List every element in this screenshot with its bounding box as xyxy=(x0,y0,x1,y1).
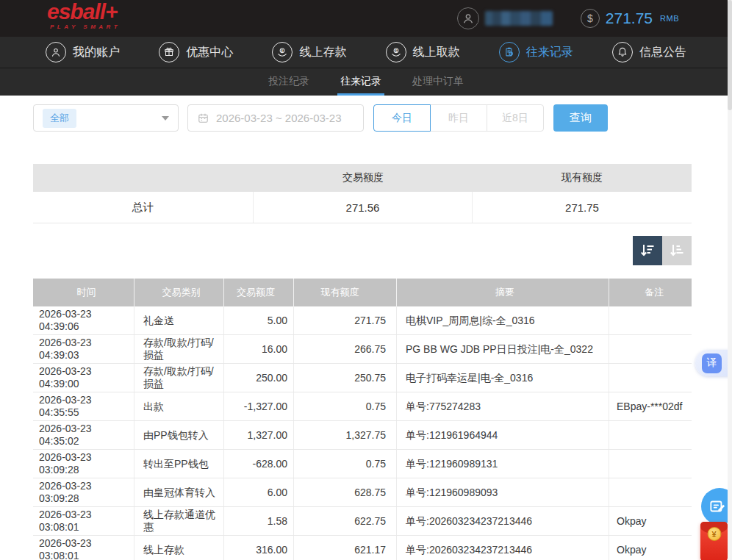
sort-descending-button[interactable] xyxy=(633,236,662,265)
col-header-time[interactable]: 时间 xyxy=(33,279,134,306)
cell-remark xyxy=(609,478,692,506)
col-header-type[interactable]: 交易类别 xyxy=(134,279,224,306)
type-filter-value: 全部 xyxy=(43,109,76,128)
quick-date-group: 今日 昨日 近8日 xyxy=(373,104,544,132)
nav-label: 线上取款 xyxy=(413,45,460,60)
red-envelope-button[interactable]: ¥ xyxy=(700,522,728,560)
cell-amount: 5.00 xyxy=(224,306,294,334)
cell-amount: -1,327.00 xyxy=(224,392,294,420)
nav-item-announcements[interactable]: 信息公告 xyxy=(612,42,686,62)
cell-type: 由PP钱包转入 xyxy=(134,421,224,449)
col-header-summary[interactable]: 摘要 xyxy=(397,279,609,306)
translate-widget[interactable]: 译 xyxy=(695,350,732,376)
edit-note-icon xyxy=(708,497,727,516)
content-area: 全部 2026-03-23 ~ 2026-03-23 今日 昨日 近8日 查询 … xyxy=(33,104,692,560)
sort-ascending-button[interactable] xyxy=(662,236,692,265)
col-header-remark[interactable]: 备注 xyxy=(609,279,692,306)
filter-row: 全部 2026-03-23 ~ 2026-03-23 今日 昨日 近8日 查询 xyxy=(33,104,692,132)
scrollbar-track[interactable] xyxy=(728,0,732,560)
gold-coin-icon: ¥ xyxy=(707,527,721,541)
table-row: 2026-03-23 04:39:06 礼金送 5.00 271.75 电棋VI… xyxy=(33,306,692,335)
sort-descending-icon xyxy=(639,242,656,259)
nav-label: 往来记录 xyxy=(526,45,573,60)
cell-type: 由皇冠体育转入 xyxy=(134,478,224,506)
cell-time: 2026-03-23 03:09:28 xyxy=(33,478,134,506)
nav-item-withdraw[interactable]: $ 线上取款 xyxy=(386,42,460,62)
cell-amount: 1,327.00 xyxy=(224,421,294,449)
cell-time: 2026-03-23 04:35:55 xyxy=(33,392,134,420)
today-button[interactable]: 今日 xyxy=(373,104,431,132)
cell-remark: Okpay xyxy=(609,507,692,535)
cell-balance: 1,327.75 xyxy=(294,421,397,449)
summary-total-label: 总计 xyxy=(33,192,254,223)
cell-time: 2026-03-23 04:35:02 xyxy=(33,421,134,449)
cell-remark xyxy=(609,364,692,392)
tab-bet-records[interactable]: 投注纪录 xyxy=(265,68,312,96)
cell-balance: 621.17 xyxy=(294,536,397,560)
cell-type: 线上存款 xyxy=(134,536,224,560)
col-header-balance[interactable]: 现有额度 xyxy=(294,279,397,306)
translate-icon: 译 xyxy=(702,353,722,373)
sub-nav: 投注纪录 往来记录 处理中订单 xyxy=(0,68,732,96)
deposit-icon: ¥ xyxy=(272,42,293,62)
summary-table: 交易额度 现有额度 总计 271.56 271.75 xyxy=(33,164,692,223)
nav-item-promotions[interactable]: 优惠中心 xyxy=(159,42,233,62)
table-row: 2026-03-23 03:08:01 线上存款通道优惠 1.58 622.75… xyxy=(33,507,692,536)
cell-type: 礼金送 xyxy=(134,306,224,334)
user-account[interactable] xyxy=(457,7,553,29)
cell-summary: 单号:202603234237213446 xyxy=(397,507,609,535)
brand-logo[interactable]: esball+ PLAY SMART xyxy=(47,1,121,30)
table-row: 2026-03-23 04:39:03 存款/取款/打码/损益 16.00 26… xyxy=(33,335,692,364)
cell-balance: 250.75 xyxy=(294,364,397,392)
cell-time: 2026-03-23 04:39:03 xyxy=(33,335,134,363)
col-header-amount[interactable]: 交易额度 xyxy=(224,279,294,306)
gift-icon xyxy=(159,42,179,62)
cell-time: 2026-03-23 03:08:01 xyxy=(33,507,134,535)
summary-header-row: 交易额度 现有额度 xyxy=(33,164,692,192)
cell-remark: Okpay xyxy=(609,536,692,560)
nav-item-records[interactable]: 往来记录 xyxy=(499,42,573,62)
sort-ascending-icon xyxy=(668,242,686,259)
cell-remark xyxy=(609,306,692,334)
cell-type: 存款/取款/打码/损益 xyxy=(134,335,224,363)
cell-amount: 250.00 xyxy=(224,364,294,392)
tab-transaction-records[interactable]: 往来记录 xyxy=(337,68,384,96)
nav-item-my-account[interactable]: 我的账户 xyxy=(46,42,120,62)
cell-time: 2026-03-23 04:39:06 xyxy=(33,306,134,334)
logo-tagline: PLAY SMART xyxy=(50,24,121,30)
nav-item-deposit[interactable]: ¥ 线上存款 xyxy=(272,42,346,62)
type-filter-dropdown[interactable]: 全部 xyxy=(33,104,179,132)
avatar-icon xyxy=(457,7,479,29)
table-row: 2026-03-23 03:08:01 线上存款 316.00 621.17 单… xyxy=(33,536,692,560)
query-button[interactable]: 查询 xyxy=(553,104,608,132)
date-range-value: 2026-03-23 ~ 2026-03-23 xyxy=(216,112,342,124)
nav-label: 我的账户 xyxy=(73,45,120,60)
cell-summary: 单号:121960989131 xyxy=(397,450,609,478)
page: esball+ PLAY SMART $ 271.75 RMB 我的账户 xyxy=(0,0,732,560)
cell-balance: 628.75 xyxy=(294,478,397,506)
cell-balance: 0.75 xyxy=(294,392,397,420)
records-icon xyxy=(499,42,520,62)
cell-summary: 单号:121960989093 xyxy=(397,478,609,506)
last-8-days-button[interactable]: 近8日 xyxy=(487,104,544,132)
table-row: 2026-03-23 04:35:02 由PP钱包转入 1,327.00 1,3… xyxy=(33,421,692,450)
summary-header-balance: 现有额度 xyxy=(473,171,692,184)
svg-text:$: $ xyxy=(395,49,397,53)
scrollbar-thumb[interactable] xyxy=(728,0,732,110)
balance-display[interactable]: $ 271.75 RMB xyxy=(581,9,679,28)
cell-amount: 1.58 xyxy=(224,507,294,535)
cell-type: 出款 xyxy=(134,392,224,420)
nav-label: 信息公告 xyxy=(639,45,686,60)
main-nav: 我的账户 优惠中心 ¥ 线上存款 $ 线上取款 往来记录 xyxy=(0,37,732,68)
cell-amount: -628.00 xyxy=(224,450,294,478)
sort-controls xyxy=(33,236,692,265)
yesterday-button[interactable]: 昨日 xyxy=(430,104,487,132)
table-row: 2026-03-23 04:39:00 存款/取款/打码/损益 250.00 2… xyxy=(33,364,692,392)
cell-balance: 266.75 xyxy=(294,335,397,363)
calendar-icon xyxy=(197,112,209,124)
cell-time: 2026-03-23 04:39:00 xyxy=(33,364,134,392)
cell-type: 存款/取款/打码/损益 xyxy=(134,364,224,392)
date-range-input[interactable]: 2026-03-23 ~ 2026-03-23 xyxy=(187,104,364,132)
summary-total-row: 总计 271.56 271.75 xyxy=(33,192,692,223)
tab-processing-orders[interactable]: 处理中订单 xyxy=(409,68,467,96)
